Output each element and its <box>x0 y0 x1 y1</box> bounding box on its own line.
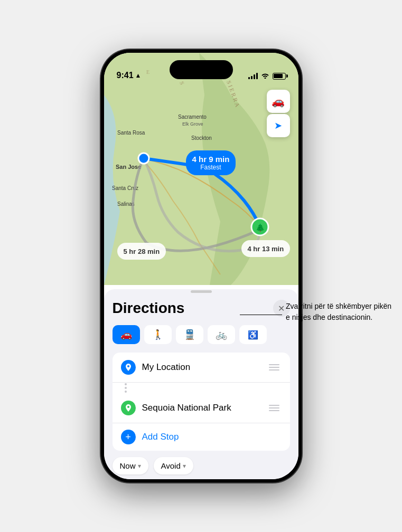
signal-bar-2 <box>251 76 253 79</box>
fastest-time: 4 hr 9 min <box>192 155 230 164</box>
directions-title: Directions <box>113 300 185 317</box>
signal-bar-3 <box>254 74 255 79</box>
tab-drive[interactable]: 🚗 <box>113 325 140 344</box>
phone-screen: 9:41 ▲ <box>104 53 298 479</box>
svg-text:San Jose: San Jose <box>116 164 141 170</box>
tab-walk[interactable]: 🚶 <box>144 325 172 344</box>
time-option-label: Now <box>120 461 136 470</box>
compass-icon: ➤ <box>274 120 282 131</box>
svg-text:Stockton: Stockton <box>191 135 212 141</box>
add-stop-icon: + <box>121 430 136 444</box>
avoid-chevron-icon: ▾ <box>183 462 186 470</box>
destination-drag-handle[interactable] <box>267 403 282 413</box>
waypoints-container: My Location <box>113 353 290 451</box>
drag-line-4 <box>269 405 279 406</box>
waypoint-separator <box>113 383 290 393</box>
time-option-pill[interactable]: Now ▾ <box>113 457 148 474</box>
transit-tab-icon: 🚆 <box>184 329 195 340</box>
car-tab-icon: 🚗 <box>120 329 132 340</box>
destination-icon <box>121 401 136 415</box>
add-stop-text: Add Stop <box>142 432 179 442</box>
location-button[interactable]: ➤ <box>267 114 290 137</box>
alt2-time: 4 hr 13 min <box>248 245 284 253</box>
svg-text:🌲: 🌲 <box>255 223 265 232</box>
accessible-tab-icon: ♿ <box>248 330 258 340</box>
wifi-icon <box>261 72 269 80</box>
alt-route-1-label: 5 hr 28 min <box>117 243 166 260</box>
svg-text:Santa Rosa: Santa Rosa <box>117 130 145 136</box>
svg-point-11 <box>138 153 149 164</box>
tab-cycle[interactable]: 🚲 <box>208 325 235 344</box>
fastest-sub: Fastest <box>192 164 230 171</box>
dynamic-island <box>170 60 233 79</box>
directions-sheet: Directions ✕ 🚗 🚶 🚆 🚲 <box>104 289 298 479</box>
vdot-1 <box>125 383 127 385</box>
vdot-3 <box>125 391 127 393</box>
drag-line-5 <box>269 407 279 408</box>
signal-bar-4 <box>256 73 258 79</box>
drive-mode-button[interactable]: 🚗 <box>267 90 290 113</box>
svg-text:Elk Grove: Elk Grove <box>182 121 203 127</box>
destination-text: Sequoia National Park <box>142 403 267 413</box>
car-icon: 🚗 <box>272 95 285 108</box>
origin-icon <box>121 360 136 375</box>
annotation-text: Zvarritni për të shkëmbyer pikën e nisje… <box>286 301 391 323</box>
signal-bar-1 <box>248 77 250 79</box>
cycle-tab-icon: 🚲 <box>216 329 227 340</box>
phone-frame: 9:41 ▲ <box>101 50 302 482</box>
time-chevron-icon: ▾ <box>138 462 141 470</box>
signal-bars <box>248 73 258 79</box>
drag-line-1 <box>269 364 279 365</box>
drag-line-6 <box>269 410 279 411</box>
vdot-2 <box>125 387 127 389</box>
waypoint-destination[interactable]: Sequoia National Park <box>113 393 290 423</box>
avoid-option-label: Avoid <box>161 461 181 470</box>
add-stop-row[interactable]: + Add Stop <box>113 423 290 451</box>
annotation-content: Zvarritni për të shkëmbyer pikën e nisje… <box>286 302 391 321</box>
origin-text: My Location <box>142 362 267 373</box>
location-icon: ▲ <box>135 72 142 79</box>
drag-line-2 <box>269 367 279 368</box>
fastest-route-label: 4 hr 9 min Fastest <box>186 150 236 175</box>
svg-text:Sacramento: Sacramento <box>178 114 207 120</box>
waypoint-origin[interactable]: My Location <box>113 353 290 383</box>
origin-drag-handle[interactable] <box>267 362 282 373</box>
alt-route-2-label: 4 hr 13 min <box>241 240 291 257</box>
connector-dots <box>125 383 127 393</box>
sheet-pull-handle[interactable] <box>191 290 212 293</box>
map-controls: 🚗 ➤ <box>267 90 290 137</box>
annotation-line <box>240 315 282 315</box>
status-icons <box>248 72 286 80</box>
transport-tabs: 🚗 🚶 🚆 🚲 ♿ <box>113 325 290 344</box>
status-time: 9:41 ▲ <box>117 71 142 80</box>
tab-accessible[interactable]: ♿ <box>239 325 267 344</box>
map-area: Santa Rosa Sacramento Elk Grove Stockton… <box>104 53 298 285</box>
walk-tab-icon: 🚶 <box>152 329 164 340</box>
clock: 9:41 <box>117 71 134 80</box>
drag-line-3 <box>269 369 279 370</box>
avoid-option-pill[interactable]: Avoid ▾ <box>154 457 193 474</box>
alt1-time: 5 hr 28 min <box>124 248 160 255</box>
tab-transit[interactable]: 🚆 <box>176 325 203 344</box>
battery-icon <box>273 73 286 80</box>
options-row: Now ▾ Avoid ▾ <box>113 457 290 474</box>
close-icon: ✕ <box>278 303 285 314</box>
